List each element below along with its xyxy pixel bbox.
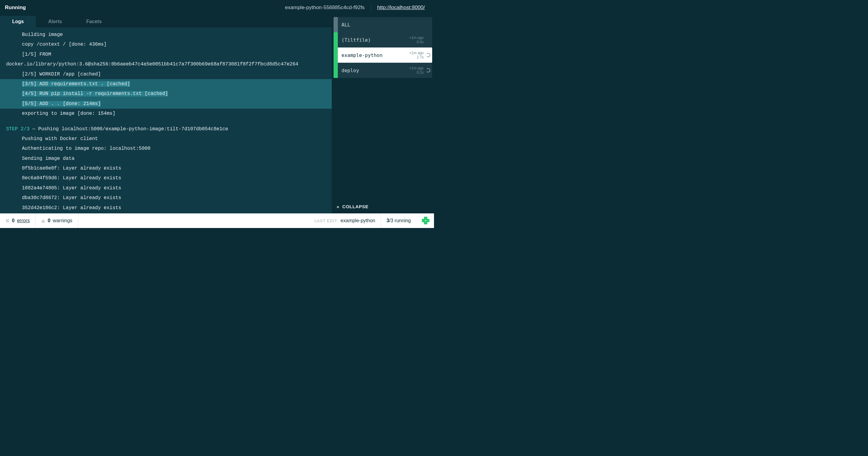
resource-meta: <1m ago0.0s <box>409 36 426 44</box>
log-line: Sending image data <box>0 154 332 163</box>
tab-alerts[interactable]: Alerts <box>36 16 74 27</box>
status-label: Running <box>3 5 26 11</box>
resource-name: example-python <box>338 52 409 58</box>
last-edit-section: LAST EDIT: example-python <box>309 213 381 228</box>
tab-logs[interactable]: Logs <box>0 16 36 27</box>
resource-sidebar: ALL(Tiltfile)<1m ago0.0sexample-python<1… <box>332 15 434 213</box>
resource-item-examplepython[interactable]: example-python<1m ago2.7s <box>334 48 432 63</box>
log-line: dba30c7d8672: Layer already exists <box>0 193 332 203</box>
tabs: Logs Alerts Facets <box>0 15 332 27</box>
errors-section[interactable]: ✖ 0 errors <box>0 213 35 228</box>
resource-item-all[interactable]: ALL <box>334 17 432 32</box>
collapse-sidebar-button[interactable]: » COLLAPSE <box>334 202 432 212</box>
main-panel: Logs Alerts Facets Building imagecopy /c… <box>0 15 332 213</box>
errors-label: errors <box>17 218 30 223</box>
status-bar-indicator <box>334 17 338 32</box>
resource-name: deploy <box>338 68 409 73</box>
warning-triangle-icon <box>41 219 45 222</box>
log-line: 352d42e186c2: Layer already exists <box>0 203 332 213</box>
pod-name: example-python-556885c4cd-f92fs <box>285 5 365 11</box>
log-line: [1/5] FROM <box>0 50 332 59</box>
status-bar-indicator <box>334 63 338 78</box>
log-line: 8ec6a04f59d6: Layer already exists <box>0 173 332 183</box>
refresh-icon <box>426 68 430 72</box>
refresh-button[interactable] <box>426 68 432 72</box>
collapse-label: COLLAPSE <box>342 204 369 209</box>
error-x-icon: ✖ <box>5 218 9 224</box>
resource-meta: <1m ago0.2s <box>409 66 426 74</box>
status-bar-indicator <box>334 32 338 48</box>
running-rest: /3 running <box>389 218 411 223</box>
status-bar-indicator <box>334 48 338 63</box>
log-line: Authenticating to image repo: localhost:… <box>0 144 332 153</box>
log-line: [4/5] RUN pip install -r requirements.tx… <box>0 89 332 99</box>
last-edit-label: LAST EDIT: <box>314 219 338 223</box>
chevrons-right-icon: » <box>337 204 339 209</box>
divider <box>371 4 371 11</box>
log-line: Building image <box>0 30 332 39</box>
log-output[interactable]: Building imagecopy /context / [done: 436… <box>0 27 332 213</box>
log-line: 1082a4e74805: Layer already exists <box>0 183 332 193</box>
refresh-button[interactable] <box>426 53 432 57</box>
log-line: [5/5] ADD . . [done: 214ms] <box>0 99 332 109</box>
tab-facets[interactable]: Facets <box>74 16 114 27</box>
warnings-count: 0 <box>48 218 51 223</box>
last-edit-value: example-python <box>341 218 375 223</box>
log-line: [2/5] WORKDIR /app [cached] <box>0 69 332 79</box>
header-bar: Running example-python-556885c4cd-f92fs … <box>0 0 434 15</box>
log-line: copy /context / [done: 436ms] <box>0 39 332 49</box>
log-line: STEP 2/3 — Pushing localhost:5000/exampl… <box>0 124 332 134</box>
tilt-logo-icon <box>422 217 430 225</box>
resource-item-tiltfile[interactable]: (Tiltfile)<1m ago0.0s <box>334 32 432 48</box>
running-count-section: 3/3 running <box>381 213 416 228</box>
errors-count: 0 <box>12 218 14 223</box>
resource-name: ALL <box>338 22 426 28</box>
divider <box>78 213 78 228</box>
log-line: exporting to image [done: 154ms] <box>0 109 332 118</box>
tilt-logo-button[interactable] <box>416 213 434 228</box>
log-line: 0f5b1cae0e0f: Layer already exists <box>0 163 332 173</box>
log-line: [3/5] ADD requirements.txt . [cached] <box>0 79 332 89</box>
resource-meta: <1m ago2.7s <box>409 51 426 59</box>
warnings-label: warnings <box>53 218 72 223</box>
status-bar: ✖ 0 errors 0 warnings LAST EDIT: example… <box>0 213 434 228</box>
resource-name: (Tiltfile) <box>338 37 409 43</box>
warnings-section[interactable]: 0 warnings <box>36 213 78 228</box>
refresh-icon <box>426 53 430 57</box>
log-line: docker.io/library/python:3.6@sha256:0b6a… <box>0 59 332 69</box>
running-bold: 3 <box>386 218 389 223</box>
endpoint-url-link[interactable]: http://localhost:8000/ <box>377 5 425 11</box>
resource-item-deploy[interactable]: deploy<1m ago0.2s <box>334 63 432 78</box>
log-line: Pushing with Docker client <box>0 134 332 144</box>
